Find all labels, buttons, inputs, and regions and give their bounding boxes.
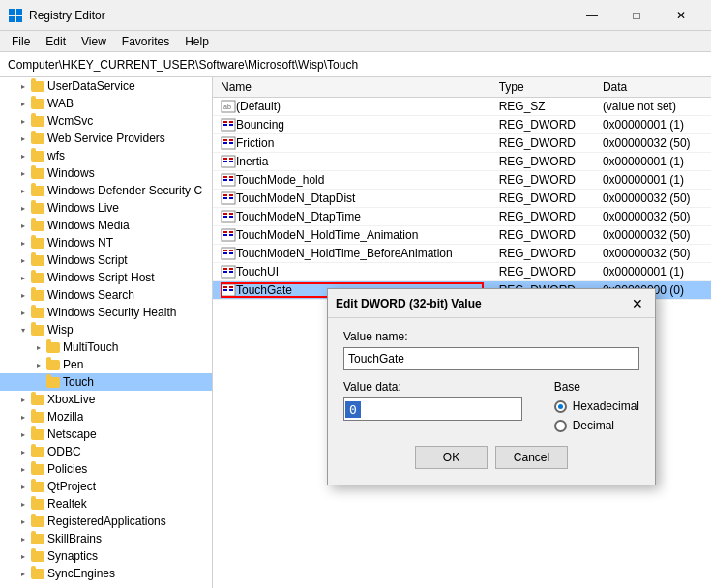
value-data-row: Value data: 0 Base Hexadecimal Decimal	[343, 380, 639, 432]
value-name-input[interactable]	[343, 347, 639, 370]
value-name-label: Value name:	[343, 330, 639, 343]
hexadecimal-label: Hexadecimal	[573, 399, 639, 413]
value-entry-area[interactable]: 0	[343, 397, 522, 421]
decimal-radio[interactable]	[554, 420, 567, 432]
dialog-close-button[interactable]: ✕	[628, 294, 647, 313]
hexadecimal-radio[interactable]	[554, 400, 567, 413]
value-data-highlight: 0	[345, 401, 361, 418]
ok-button[interactable]: OK	[415, 446, 488, 469]
base-section: Base Hexadecimal Decimal	[554, 380, 639, 432]
dialog-overlay: Edit DWORD (32-bit) Value ✕ Value name: …	[0, 0, 711, 588]
base-label: Base	[554, 380, 639, 394]
dialog-body: Value name: Value data: 0 Base Hexadecim…	[328, 318, 655, 485]
edit-dword-dialog: Edit DWORD (32-bit) Value ✕ Value name: …	[327, 288, 656, 485]
value-data-label: Value data:	[343, 380, 522, 394]
radio-hexadecimal[interactable]: Hexadecimal	[554, 399, 639, 413]
dialog-title: Edit DWORD (32-bit) Value	[336, 297, 482, 310]
decimal-label: Decimal	[573, 419, 614, 432]
dialog-title-bar: Edit DWORD (32-bit) Value ✕	[328, 289, 655, 318]
cancel-button[interactable]: Cancel	[495, 446, 568, 469]
dialog-buttons: OK Cancel	[343, 446, 639, 469]
radio-decimal[interactable]: Decimal	[554, 419, 639, 432]
